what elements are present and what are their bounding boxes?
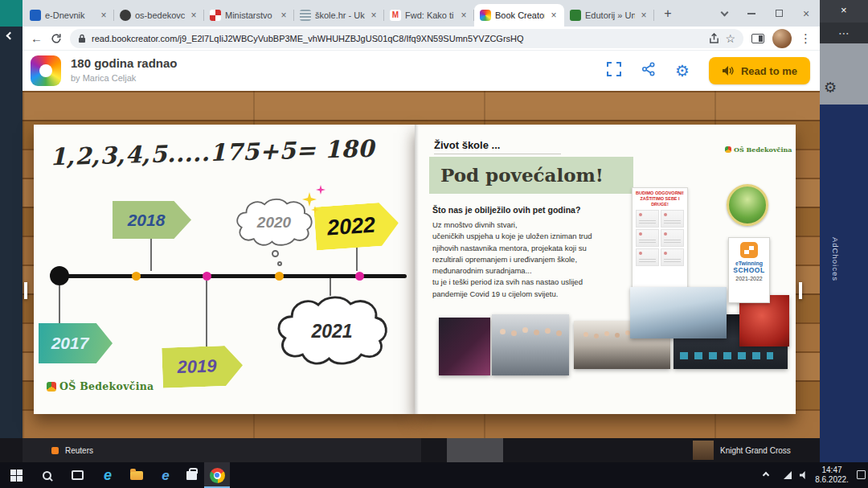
next-page-button[interactable] bbox=[799, 282, 815, 298]
poster-title-line2: ZAŠTITIMO SEBE I DRUGE! bbox=[634, 196, 686, 207]
tray-expand-button[interactable] bbox=[763, 472, 769, 478]
network-icon[interactable] bbox=[784, 471, 792, 479]
edutorij-favicon bbox=[570, 10, 581, 21]
close-window-button[interactable]: × bbox=[792, 0, 820, 27]
timeline-connector bbox=[59, 285, 60, 326]
taskbar-chrome-button[interactable] bbox=[209, 467, 225, 483]
school-logo-mark bbox=[725, 146, 731, 153]
tab-label: Ministarstvo z bbox=[225, 10, 275, 20]
photo-group bbox=[492, 314, 569, 375]
year-label: 2022 bbox=[326, 212, 376, 240]
poster-cell bbox=[661, 229, 684, 247]
etwinning-brand: eTwinning bbox=[729, 260, 769, 266]
background-app-icon bbox=[0, 0, 23, 27]
background-window-titlebar: × bbox=[820, 0, 868, 23]
chrome-icon bbox=[210, 468, 225, 483]
share-button[interactable] bbox=[709, 33, 719, 44]
background-reuters-window: Reuters bbox=[23, 438, 421, 462]
taskbar-file-explorer-button[interactable] bbox=[129, 467, 145, 483]
edge-icon: e bbox=[104, 468, 112, 482]
tab-e-dnevnik[interactable]: e-Dnevnik × bbox=[24, 4, 114, 27]
windows-logo-icon bbox=[10, 470, 23, 482]
taskbar-clock[interactable]: 14:47 8.6.2022. bbox=[810, 465, 854, 485]
previous-page-button[interactable] bbox=[24, 282, 40, 298]
tab-search-button[interactable] bbox=[710, 0, 738, 27]
padlock-icon bbox=[78, 34, 86, 43]
background-close-button[interactable]: × bbox=[841, 4, 847, 16]
etwinning-years: 2021-2022 bbox=[729, 276, 769, 281]
share-book-button[interactable] bbox=[641, 62, 656, 80]
side-panel-button[interactable] bbox=[751, 34, 764, 43]
book-page-right: Život škole ... OŠ Bedekovčina Pod poveć… bbox=[415, 125, 796, 414]
article-thumbnail bbox=[693, 441, 714, 460]
tab-close-icon[interactable]: × bbox=[639, 10, 649, 21]
tab-os-bedekovcina[interactable]: os-bedekovcin × bbox=[114, 4, 204, 27]
background-gear-icon: ⚙ bbox=[824, 79, 837, 96]
share-nodes-icon bbox=[641, 62, 656, 76]
tab-close-icon[interactable]: × bbox=[459, 10, 469, 21]
read-to-me-button[interactable]: Read to me bbox=[709, 57, 810, 84]
taskbar-store-button[interactable] bbox=[183, 467, 199, 483]
action-center-button[interactable] bbox=[857, 470, 866, 479]
poster-cell bbox=[661, 210, 684, 228]
book-creator-favicon bbox=[480, 10, 491, 21]
tab-close-icon[interactable]: × bbox=[549, 10, 559, 21]
task-view-button[interactable] bbox=[69, 467, 85, 483]
tab-skole-hr[interactable]: škole.hr - Uko × bbox=[294, 4, 384, 27]
tab-book-creator-active[interactable]: Book Creator - × bbox=[474, 4, 564, 27]
back-button[interactable]: ← bbox=[31, 32, 43, 44]
book-author: by Marica Celjak bbox=[71, 73, 136, 83]
photo-event bbox=[439, 318, 490, 375]
taskbar-internet-explorer-button[interactable]: e bbox=[158, 467, 174, 483]
school-logo-text: OŠ Bedekovčina bbox=[734, 146, 792, 154]
year-label: 2020 bbox=[257, 214, 291, 232]
tab-close-icon[interactable]: × bbox=[189, 10, 199, 21]
minimize-icon bbox=[747, 13, 755, 14]
volume-icon[interactable] bbox=[800, 471, 809, 479]
tab-label: Fwd: Kako ti s bbox=[405, 10, 455, 20]
tab-close-icon[interactable]: × bbox=[369, 10, 379, 21]
green-round-badge bbox=[727, 184, 768, 226]
background-windows-strip: Reuters Knight Grand Cross bbox=[0, 438, 820, 462]
bookmark-star-button[interactable]: ☆ bbox=[725, 32, 735, 45]
start-button[interactable] bbox=[8, 467, 24, 483]
chevron-right-icon bbox=[799, 282, 802, 299]
new-tab-button[interactable]: + bbox=[657, 3, 678, 24]
fullscreen-button[interactable] bbox=[606, 61, 622, 80]
taskbar-search-button[interactable] bbox=[39, 467, 55, 483]
fullscreen-icon bbox=[606, 61, 622, 77]
profile-avatar[interactable] bbox=[772, 29, 792, 48]
poster-figures bbox=[634, 210, 686, 266]
reuters-label: Reuters bbox=[65, 446, 93, 455]
settings-gear-button[interactable]: ⚙ bbox=[675, 63, 690, 79]
year-cloud-2021: 2021 bbox=[273, 289, 391, 374]
school-site-favicon bbox=[120, 10, 131, 21]
skole-hr-favicon bbox=[300, 10, 311, 21]
taskbar-edge-button[interactable]: e bbox=[100, 467, 116, 483]
minimize-button[interactable] bbox=[738, 0, 765, 27]
tab-edutorij[interactable]: Edutorij » Unc × bbox=[564, 4, 654, 27]
book-viewer: 1,2,3,4,5.....175+5= 180 2018 2017 2019 … bbox=[23, 91, 820, 438]
address-bar[interactable]: read.bookcreator.com/j9_E2l7LqIiJ2WBCyVu… bbox=[70, 29, 743, 48]
speaker-icon bbox=[722, 65, 735, 76]
year-label: 2021 bbox=[311, 321, 352, 342]
browser-menu-button[interactable]: ⋮ bbox=[800, 31, 812, 46]
tab-close-icon[interactable]: × bbox=[99, 10, 108, 21]
body-text: Uz mnoštvo divnih stvari, učeničkih uspj… bbox=[432, 219, 635, 300]
tab-ministarstvo[interactable]: Ministarstvo z × bbox=[204, 4, 294, 27]
refresh-icon bbox=[51, 33, 62, 44]
clock-date: 8.6.2022. bbox=[810, 475, 854, 485]
maximize-button[interactable] bbox=[765, 0, 792, 27]
windows-taskbar: e e 14:47 8.6.2022. bbox=[0, 462, 868, 488]
timeline-dot-magenta bbox=[203, 272, 211, 281]
book-spine-shadow bbox=[415, 125, 419, 414]
year-cloud-2020: 2020 bbox=[231, 197, 317, 248]
title-banner: Pod povećalom! bbox=[429, 157, 633, 194]
refresh-button[interactable] bbox=[51, 33, 62, 44]
school-logo-text: OŠ Bedekovčina bbox=[59, 380, 154, 392]
tab-gmail[interactable]: M Fwd: Kako ti s × bbox=[384, 4, 474, 27]
school-logo-mark bbox=[47, 382, 56, 392]
tab-close-icon[interactable]: × bbox=[279, 10, 289, 21]
school-logo: OŠ Bedekovčina bbox=[47, 380, 154, 392]
reuters-logo-icon bbox=[51, 447, 59, 454]
